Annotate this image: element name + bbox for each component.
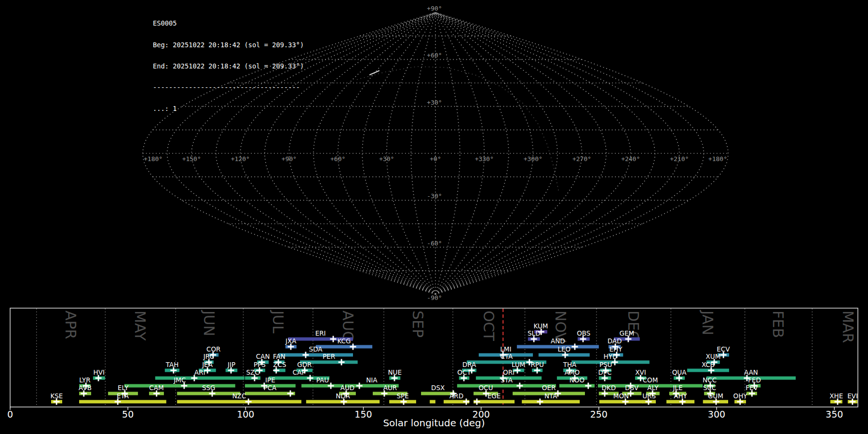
shower-label-SCC: SCC [703, 384, 716, 392]
shower-labels: KUMERISLDOBSGEMJXAKCGANDDADCORSDALMILEOE… [50, 322, 857, 400]
shower-label-CTA: CTA [500, 353, 513, 360]
meteor-count: ...: 1 [153, 105, 304, 112]
meteor-observation-screen: Solar longitude (deg) +90°+60°+30°-30°-6… [0, 0, 868, 434]
shower-label-JRC: JRC [203, 353, 214, 360]
shower-label-NIA: NIA [366, 376, 378, 384]
shower-label-XHE: XHE [829, 392, 843, 400]
shower-label-ORI: ORI [503, 368, 515, 376]
shower-label-FED: FED [748, 376, 761, 384]
x-axis-tick-label: 300 [708, 409, 725, 420]
shower-label-DKD: DKD [601, 384, 616, 392]
begin-time: Beg: 20251022 20:18:42 (sol = 209.33°) [153, 41, 304, 49]
shower-label-KSE: KSE [50, 392, 63, 400]
sphere-grid-meridian [435, 13, 484, 294]
shower-bar-NZC [177, 400, 301, 404]
shower-label-OCU: OCU [478, 384, 493, 392]
shower-label-JMC: JMC [173, 376, 186, 384]
shower-label-OER: OER [542, 384, 556, 392]
shower-label-GUM: GUM [708, 392, 723, 400]
longitude-label: +30° [379, 155, 394, 163]
shower-bar-STA [457, 384, 556, 388]
shower-label-LMI: LMI [500, 345, 511, 353]
shower-bar-JMC [124, 384, 235, 388]
x-axis-tick-label: 100 [237, 409, 254, 420]
shower-bar-ARI [155, 377, 244, 380]
shower-bar-PAU [301, 384, 344, 388]
shower-label-AUR: AUR [383, 384, 397, 392]
shower-label-KUM: KUM [533, 322, 548, 330]
shower-bar-NTA [522, 400, 580, 404]
peak-marker-ARD [463, 399, 469, 405]
month-label: JUN [201, 310, 217, 336]
sphere-grid-meridian [338, 13, 435, 294]
shower-label-JEA: JEA [202, 361, 213, 368]
shower-label-EHY: EHY [610, 345, 623, 353]
shower-label-CAN: CAN [256, 353, 270, 360]
shower-label-COM: COM [643, 376, 658, 384]
shower-label-QUA: QUA [672, 368, 687, 376]
shower-label-ARD: ARD [449, 392, 463, 400]
shower-label-AAN: AAN [744, 368, 758, 376]
latitude-label: -60° [427, 240, 442, 247]
shower-label-RPU: RPU [530, 361, 543, 368]
shower-label-JIP: JIP [227, 361, 235, 368]
shower-label-LYR: LYR [79, 376, 90, 384]
shower-label-PSU: PSU [599, 361, 612, 368]
shower-bar-KCG [316, 345, 372, 349]
shower-label-PPS: PPS [254, 361, 266, 368]
month-label: JAN [699, 310, 716, 335]
shower-label-PER: PER [323, 353, 335, 360]
latitude-label: -30° [427, 192, 442, 200]
sphere-grid-meridian [435, 13, 557, 294]
shower-label-AND: AND [551, 337, 565, 345]
shower-label-JLE: JLE [672, 384, 682, 392]
shower-label-DPC: DPC [598, 368, 612, 376]
longitude-label: +270° [572, 155, 591, 163]
shower-label-LEO: LEO [557, 345, 570, 353]
shower-label-ARI: ARI [194, 368, 205, 376]
sky-map-and-timeline-plot: Solar longitude (deg) +90°+60°+30°-30°-6… [0, 0, 868, 434]
peak-marker-NZC [245, 399, 252, 405]
shower-label-OHY: OHY [733, 392, 748, 400]
shower-label-GDR: GDR [297, 361, 312, 368]
x-axis-title: Solar longitude (deg) [383, 417, 485, 429]
shower-label-URS: URS [642, 392, 656, 400]
longitude-label: +180° [144, 155, 163, 163]
longitude-label: +120° [231, 155, 250, 163]
latitude-label: +90° [427, 5, 442, 12]
shower-bar-SSG [177, 392, 240, 395]
shower-label-DSV: DSV [625, 384, 639, 392]
shower-label-NZC: NZC [232, 392, 246, 400]
shower-label-AUD: AUD [340, 384, 355, 392]
latitude-label: -90° [427, 294, 442, 301]
shower-label-EVI: EVI [847, 392, 858, 400]
x-axis-tick-label: 0 [7, 409, 13, 420]
shower-label-AMO: AMO [565, 368, 580, 376]
month-label: APR [62, 311, 79, 339]
longitude-label: +300° [524, 155, 542, 163]
peak-marker-SDA [302, 352, 309, 358]
sphere-grid-meridian [435, 13, 679, 294]
x-axis-tick-label: 200 [473, 409, 490, 420]
shower-label-KCG: KCG [337, 337, 351, 345]
shower-label-JXA: JXA [285, 337, 297, 345]
station-id: ES0005 [153, 20, 304, 27]
shower-label-TAH: TAH [165, 361, 179, 368]
end-time: End: 20251022 20:18:42 (sol = 209.33°) [153, 63, 304, 70]
latitude-label: +60° [427, 52, 442, 59]
shower-label-STA: STA [501, 376, 513, 384]
x-axis-tick-label: 50 [122, 409, 134, 420]
peak-marker-CAP [307, 375, 313, 381]
shower-label-DAD: DAD [608, 337, 622, 345]
shower-label-GEM: GEM [620, 329, 635, 337]
peak-marker-ERI [330, 336, 337, 342]
shower-label-DSX: DSX [431, 384, 445, 392]
shower-label-THA: THA [563, 361, 577, 368]
shower-label-ELY: ELY [118, 384, 129, 392]
shower-label-OBS: OBS [577, 329, 590, 337]
shower-label-SSG: SSG [202, 384, 216, 392]
x-axis-tick-label: 150 [354, 409, 372, 420]
shower-label-NOO: NOO [570, 376, 584, 384]
x-axis-tick-label: 250 [590, 409, 608, 420]
longitude-label: +330° [475, 155, 494, 163]
